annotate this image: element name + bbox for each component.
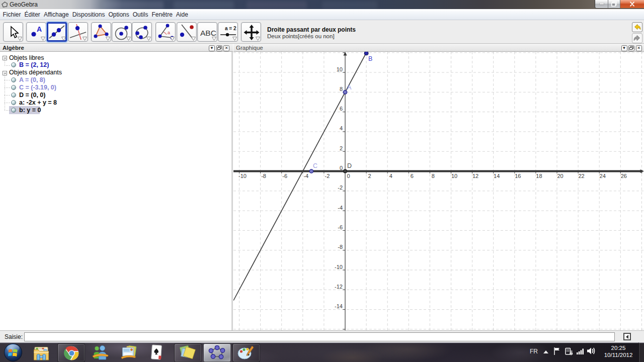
svg-text:14: 14 <box>494 173 500 179</box>
svg-text:6: 6 <box>340 106 343 112</box>
svg-text:24: 24 <box>600 173 606 179</box>
svg-text:-10: -10 <box>238 173 247 179</box>
svg-text:B: B <box>368 55 372 62</box>
svg-text:-2: -2 <box>338 185 343 191</box>
svg-text:2: 2 <box>340 145 343 151</box>
svg-text:4: 4 <box>340 125 343 131</box>
svg-text:-8: -8 <box>338 244 343 250</box>
svg-text:A: A <box>347 84 352 91</box>
svg-text:8: 8 <box>340 86 343 92</box>
svg-text:a = 2: a = 2 <box>225 26 236 31</box>
svg-text:-6: -6 <box>338 224 343 230</box>
svg-text:16: 16 <box>515 173 521 179</box>
svg-text:2: 2 <box>368 173 371 179</box>
svg-text:-12: -12 <box>335 284 343 290</box>
svg-text:26: 26 <box>621 173 627 179</box>
svg-text:8: 8 <box>432 173 435 179</box>
svg-text:22: 22 <box>578 173 584 179</box>
svg-text:D: D <box>347 162 352 169</box>
svg-text:-8: -8 <box>261 173 266 179</box>
svg-text:10: 10 <box>337 66 343 72</box>
svg-text:ABC: ABC <box>200 29 216 37</box>
svg-text:A: A <box>37 25 42 33</box>
svg-text:-2: -2 <box>325 173 330 179</box>
svg-text:-10: -10 <box>335 264 343 270</box>
svg-text:-4: -4 <box>303 173 308 179</box>
svg-text:0: 0 <box>347 173 350 179</box>
svg-text:a: a <box>168 30 170 35</box>
svg-text:0: 0 <box>340 165 343 171</box>
svg-text:C: C <box>313 162 317 169</box>
svg-text:-4: -4 <box>338 205 343 211</box>
svg-text:4: 4 <box>389 173 392 179</box>
svg-text:-6: -6 <box>282 173 287 179</box>
svg-text:-14: -14 <box>335 303 343 309</box>
svg-text:6: 6 <box>411 173 414 179</box>
svg-text:20: 20 <box>557 173 563 179</box>
svg-text:12: 12 <box>472 173 478 179</box>
svg-text:18: 18 <box>536 173 542 179</box>
svg-text:10: 10 <box>451 173 457 179</box>
